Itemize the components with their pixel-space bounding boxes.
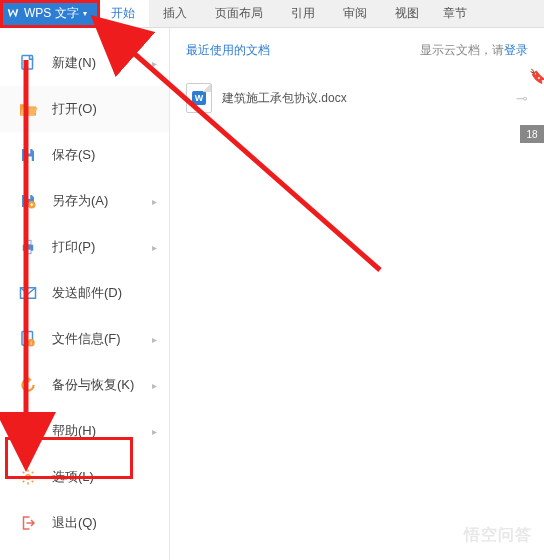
menu-label: 文件信息(F)	[52, 330, 121, 348]
file-menu-sidebar: 新建(N) ▸ 打开(O) 保存(S) 另存为(A) ▸ 打印(P) ▸ 发送邮…	[0, 28, 170, 560]
menu-options[interactable]: 选项(L)	[0, 454, 169, 500]
pin-icon[interactable]: ⊸	[516, 90, 528, 106]
menu-label: 打印(P)	[52, 238, 95, 256]
tab-review[interactable]: 审阅	[329, 0, 381, 27]
login-link[interactable]: 登录	[504, 43, 528, 57]
save-icon	[18, 145, 38, 165]
dropdown-icon: ▾	[83, 9, 87, 18]
open-folder-icon	[18, 99, 38, 119]
chevron-right-icon: ▸	[152, 242, 157, 253]
menu-backup[interactable]: 备份与恢复(K) ▸	[0, 362, 169, 408]
main-area: 新建(N) ▸ 打开(O) 保存(S) 另存为(A) ▸ 打印(P) ▸ 发送邮…	[0, 28, 544, 560]
svg-rect-3	[24, 195, 30, 199]
chevron-right-icon: ▸	[152, 334, 157, 345]
chevron-right-icon: ▸	[152, 196, 157, 207]
word-doc-icon: W	[186, 83, 212, 113]
save-as-icon	[18, 191, 38, 211]
cloud-prefix: 显示云文档，请	[420, 43, 504, 57]
chevron-right-icon: ▸	[152, 380, 157, 391]
menu-exit[interactable]: 退出(Q)	[0, 500, 169, 546]
menu-label: 新建(N)	[52, 54, 96, 72]
tab-start[interactable]: 开始	[97, 0, 149, 27]
watermark: 悟空问答	[464, 525, 532, 546]
menu-save-as[interactable]: 另存为(A) ▸	[0, 178, 169, 224]
recent-doc-row[interactable]: W 建筑施工承包协议.docx ⊸	[186, 77, 528, 119]
svg-text:?: ?	[25, 426, 31, 437]
content-header: 最近使用的文档 显示云文档，请登录	[186, 42, 528, 59]
tab-view[interactable]: 视图	[381, 0, 433, 27]
content-pane: 最近使用的文档 显示云文档，请登录 W 建筑施工承包协议.docx ⊸ 🔖	[170, 28, 544, 560]
svg-text:i: i	[30, 340, 31, 346]
app-name: WPS 文字	[24, 5, 79, 22]
menu-send-mail[interactable]: 发送邮件(D)	[0, 270, 169, 316]
menu-label: 备份与恢复(K)	[52, 376, 134, 394]
print-icon	[18, 237, 38, 257]
app-badge[interactable]: WPS 文字 ▾	[0, 0, 97, 27]
menu-print[interactable]: 打印(P) ▸	[0, 224, 169, 270]
backup-icon	[18, 375, 38, 395]
menu-label: 保存(S)	[52, 146, 95, 164]
help-icon: ?	[18, 421, 38, 441]
ruler-marker: 18	[520, 125, 544, 143]
menu-help[interactable]: ? 帮助(H) ▸	[0, 408, 169, 454]
menu-label: 退出(Q)	[52, 514, 97, 532]
tab-page-layout[interactable]: 页面布局	[201, 0, 277, 27]
options-icon	[18, 467, 38, 487]
svg-rect-6	[25, 240, 31, 245]
exit-icon	[18, 513, 38, 533]
menu-label: 另存为(A)	[52, 192, 108, 210]
wps-logo-icon	[6, 7, 20, 21]
new-file-icon	[18, 53, 38, 73]
chevron-right-icon: ▸	[152, 426, 157, 437]
mail-icon	[18, 283, 38, 303]
menu-label: 选项(L)	[52, 468, 94, 486]
menu-label: 打开(O)	[52, 100, 97, 118]
menu-new[interactable]: 新建(N) ▸	[0, 40, 169, 86]
svg-rect-0	[22, 56, 33, 70]
ribbon-tabs: 开始 插入 页面布局 引用 审阅 视图 章节	[97, 0, 473, 27]
menu-file-info[interactable]: i 文件信息(F) ▸	[0, 316, 169, 362]
chevron-right-icon: ▸	[152, 58, 157, 69]
doc-filename: 建筑施工承包协议.docx	[222, 90, 347, 107]
svg-point-14	[26, 475, 31, 480]
title-bar: WPS 文字 ▾ 开始 插入 页面布局 引用 审阅 视图 章节	[0, 0, 544, 28]
menu-save[interactable]: 保存(S)	[0, 132, 169, 178]
file-info-icon: i	[18, 329, 38, 349]
recent-docs-title: 最近使用的文档	[186, 42, 270, 59]
bookmark-icon[interactable]: 🔖	[529, 68, 544, 84]
svg-rect-1	[24, 149, 30, 154]
svg-rect-7	[25, 249, 31, 254]
menu-label: 发送邮件(D)	[52, 284, 122, 302]
menu-label: 帮助(H)	[52, 422, 96, 440]
tab-insert[interactable]: 插入	[149, 0, 201, 27]
tab-chapter[interactable]: 章节	[433, 0, 473, 27]
tab-references[interactable]: 引用	[277, 0, 329, 27]
menu-open[interactable]: 打开(O)	[0, 86, 169, 132]
svg-rect-2	[24, 157, 32, 162]
cloud-docs-text: 显示云文档，请登录	[420, 42, 528, 59]
